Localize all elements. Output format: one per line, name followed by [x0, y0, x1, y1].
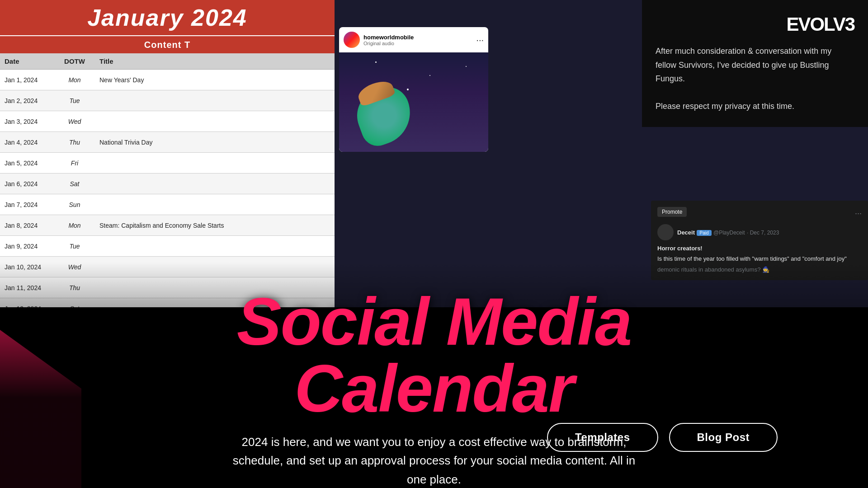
cell-dotw: Mon: [54, 222, 95, 229]
table-row: Jan 9, 2024 Tue: [0, 236, 335, 257]
cell-dotw: Sun: [54, 201, 95, 208]
deceit-user-info: Deceit Paid @PlayDeceit · Dec 7, 2023: [677, 228, 779, 236]
cell-date: Jan 8, 2024: [0, 222, 54, 229]
deceit-post-date: Dec 7, 2023: [750, 230, 779, 236]
cell-dotw: Tue: [54, 243, 95, 250]
star-1: [375, 61, 377, 63]
templates-button[interactable]: Templates: [547, 423, 658, 452]
star-4: [466, 66, 467, 67]
main-title: Social Media Calendar: [90, 288, 778, 422]
col-header-dotw: DOTW: [54, 57, 95, 65]
deceit-heading: Horror creators!: [657, 244, 862, 253]
star-2: [429, 75, 430, 76]
cell-dotw: Tue: [54, 97, 95, 104]
star-3: [407, 89, 409, 90]
evolve-logo: EVOLV3: [656, 14, 854, 35]
deceit-date: ·: [747, 230, 750, 236]
deceit-options-icon[interactable]: ···: [855, 209, 862, 218]
table-row: Jan 3, 2024 Wed: [0, 111, 335, 132]
content-tab-label: Content T: [144, 40, 190, 50]
spreadsheet-header: January 2024: [0, 0, 335, 35]
instagram-image: [339, 52, 488, 152]
table-row: Jan 7, 2024 Sun: [0, 194, 335, 215]
cell-date: Jan 4, 2024: [0, 139, 54, 146]
instagram-options-icon[interactable]: ···: [476, 35, 484, 45]
cell-dotw: Thu: [54, 139, 95, 146]
cell-date: Jan 5, 2024: [0, 160, 54, 167]
table-row: Jan 8, 2024 Mon Steam: Capitalism and Ec…: [0, 215, 335, 236]
cell-dotw: Sat: [54, 180, 95, 188]
deceit-paid-badge: Paid: [697, 230, 711, 236]
spreadsheet-column-headers: Date DOTW Title: [0, 53, 335, 70]
spreadsheet-sub-header: Content T: [0, 36, 335, 53]
promote-button[interactable]: Promote: [657, 207, 687, 217]
table-row: Jan 1, 2024 Mon New Years' Day: [0, 70, 335, 90]
blog-post-button[interactable]: Blog Post: [669, 423, 778, 452]
table-row: Jan 4, 2024 Thu National Trivia Day: [0, 132, 335, 153]
col-header-title: Title: [95, 57, 335, 65]
cell-date: Jan 7, 2024: [0, 201, 54, 208]
instagram-card: homeworldmobile Original audio ···: [339, 27, 488, 152]
month-title: January 2024: [87, 4, 247, 31]
cell-date: Jan 9, 2024: [0, 243, 54, 250]
instagram-avatar: [344, 32, 360, 48]
social-cards-background: homeworldmobile Original audio ··· Risk …: [335, 0, 868, 307]
table-row: Jan 5, 2024 Fri: [0, 153, 335, 174]
cell-date: Jan 1, 2024: [0, 76, 54, 84]
instagram-username: homeworldmobile: [363, 34, 414, 41]
deceit-avatar: [657, 224, 674, 240]
instagram-user-info: homeworldmobile Original audio: [363, 34, 414, 46]
cell-dotw: Wed: [54, 118, 95, 125]
cell-dotw: Fri: [54, 160, 95, 167]
instagram-audio: Original audio: [363, 41, 414, 46]
cell-date: Jan 2, 2024: [0, 97, 54, 104]
cta-buttons-area: Templates Blog Post: [547, 423, 778, 452]
deceit-handle: @PlayDeceit: [713, 230, 745, 236]
cell-title: New Years' Day: [95, 76, 335, 84]
cell-dotw: Mon: [54, 76, 95, 84]
deceit-display-name: Deceit: [677, 229, 695, 236]
table-row: Jan 6, 2024 Sat: [0, 174, 335, 194]
cell-date: Jan 6, 2024: [0, 180, 54, 188]
spreadsheet-background: January 2024 Content T Date DOTW Title J…: [0, 0, 335, 307]
instagram-card-header: homeworldmobile Original audio ···: [339, 27, 488, 52]
evolve-card-text: After much consideration & conversation …: [656, 44, 854, 113]
cell-title: Steam: Capitalism and Economy Sale Start…: [95, 222, 335, 229]
table-row: Jan 2, 2024 Tue: [0, 90, 335, 111]
cell-date: Jan 3, 2024: [0, 118, 54, 125]
cell-title: National Trivia Day: [95, 139, 335, 146]
main-content-area: Social Media Calendar 2024 is here, and …: [0, 289, 868, 488]
deceit-card-header: Deceit Paid @PlayDeceit · Dec 7, 2023: [657, 224, 862, 240]
col-header-date: Date: [0, 57, 54, 65]
space-character: [349, 81, 419, 150]
evolve-brand-card: EVOLV3 After much consideration & conver…: [642, 0, 868, 127]
